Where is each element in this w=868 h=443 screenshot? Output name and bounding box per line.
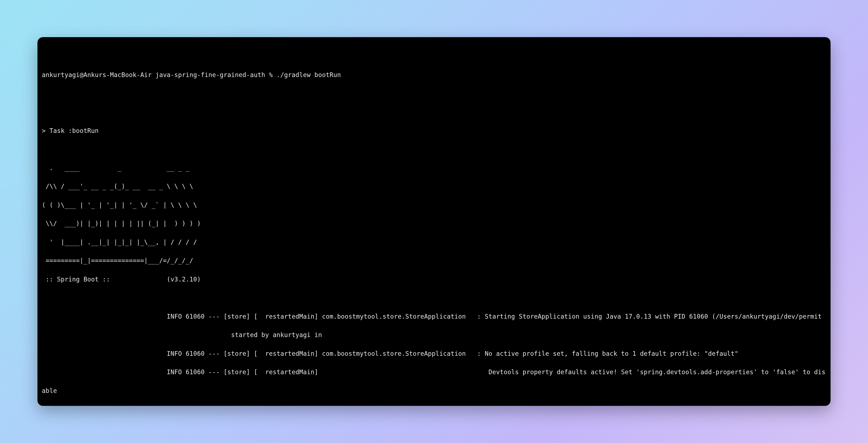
log-line: able: [42, 386, 826, 396]
log-line: INFO 61060 --- [store] [ restartedMain] …: [42, 405, 826, 406]
blank-line: [42, 293, 826, 303]
terminal-window[interactable]: ankurtyagi@Ankurs-MacBook-Air java-sprin…: [37, 37, 831, 406]
blank-line: [42, 145, 826, 154]
spring-banner-line: . ____ _ __ _ _: [42, 164, 826, 173]
spring-banner-line: \\/ ___)| |_)| | | | | || (_| | ) ) ) ): [42, 219, 826, 228]
log-line: started by ankurtyagi in: [42, 331, 826, 340]
terminal-output: ankurtyagi@Ankurs-MacBook-Air java-sprin…: [42, 61, 826, 406]
log-line: INFO 61060 --- [store] [ restartedMain] …: [42, 349, 826, 359]
log-line: INFO 61060 --- [store] [ restartedMain] …: [42, 368, 826, 377]
spring-boot-version-line: :: Spring Boot :: (v3.2.10): [42, 275, 826, 284]
blank-line: [42, 108, 826, 117]
task-line: > Task :bootRun: [42, 126, 826, 136]
spring-banner-line: =========|_|==============|___/=/_/_/_/: [42, 256, 826, 266]
log-line: INFO 61060 --- [store] [ restartedMain] …: [42, 312, 826, 321]
command-prompt-line: ankurtyagi@Ankurs-MacBook-Air java-sprin…: [42, 70, 826, 80]
spring-banner-line: ( ( )\___ | '_ | '_| | '_ \/ _` | \ \ \ …: [42, 201, 826, 210]
spring-banner-line: /\\ / ___'_ __ _ _(_)_ __ __ _ \ \ \ \: [42, 182, 826, 191]
spring-banner-line: ' |____| .__|_| |_|_| |_\__, | / / / /: [42, 238, 826, 247]
blank-line: [42, 89, 826, 99]
